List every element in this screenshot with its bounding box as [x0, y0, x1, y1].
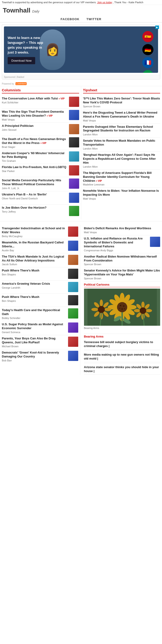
right-article-title[interactable]: Senator Kennedy's Advice for Biden Might…: [84, 269, 161, 276]
ad-download-button[interactable]: Download Now: [8, 57, 35, 64]
right-article: Biden's Deficit Remarks Are Beyond Worth…: [84, 225, 161, 235]
tipsheet-article-title[interactable]: Parents Outraged After Texas Elementary …: [83, 125, 161, 133]
tipsheet-author: Matt Vespa: [83, 197, 161, 200]
logo: Townhall Daily: [3, 7, 39, 14]
right-article: Senator Kennedy's Advice for Biden Might…: [84, 267, 161, 282]
bottom-article-info: Meanwhile, in the Russian Backyard Calle…: [2, 241, 67, 252]
ad-corner-btn[interactable]: ▶: [155, 26, 159, 29]
bottom-article: Push Where There's Mush Ben Shapiro: [2, 267, 78, 280]
article-thumb: [150, 237, 160, 247]
ba-article-title[interactable]: Arizona state senator thinks you should …: [84, 365, 161, 373]
bottom-article-title[interactable]: Parents, Your Boys Can Also Be Drag Quee…: [2, 336, 67, 344]
flag-german: 🇩🇪: [142, 44, 154, 55]
bottom-article: Democrats' 'Green' Kool-Aid is Severely …: [2, 349, 78, 363]
ba-article: Arizona state senator thinks you should …: [84, 364, 161, 374]
logo-daily: Daily: [32, 10, 39, 13]
article-title[interactable]: Social Media Censorship Particularly Hit…: [2, 178, 68, 186]
tipsheet-item: Parents Outraged After Texas Elementary …: [83, 124, 161, 138]
bottom-article-title[interactable]: U.S. Sugar Policy Stands as Model Agains…: [2, 322, 67, 330]
bottom-article-title[interactable]: America's Growing Veteran Crisis: [2, 282, 67, 286]
tipsheet-author: Landon Mion: [83, 165, 161, 168]
logo-townhall: Townhall: [3, 7, 32, 14]
nav-facebook[interactable]: FACEBOOK: [61, 18, 80, 21]
bottom-article-author: Michael Brown: [2, 345, 67, 348]
bottom-article-title[interactable]: Today's Health Care and the Hypocritical…: [2, 308, 67, 316]
bottom-article-author: Ben Shapiro: [2, 300, 67, 302]
bottom-article-author: Austin Bay: [2, 249, 67, 252]
tipsheet-article-title[interactable]: 'S**t Like This Makes Zero Sense': Trevo…: [83, 97, 161, 104]
article-title[interactable]: The Conservative Love Affair with Tulsi …: [2, 97, 68, 100]
tipsheet-article-title[interactable]: Here's the Disgusting Tweet a Liberal Wr…: [83, 111, 161, 119]
tipsheet-title: Tipsheet: [83, 88, 161, 94]
right-article-author: Congressman Andy Biggs: [84, 249, 149, 252]
article-info: Was This the Sign That President Dementi…: [2, 110, 68, 121]
main-content: Columnists The Conservative Love Affair …: [0, 86, 162, 219]
bottom-article-title[interactable]: Democrats' 'Green' Kool-Aid is Severely …: [2, 351, 67, 359]
svg-point-30: [98, 306, 105, 313]
cartoon-caption: Bearing Arms: [84, 327, 161, 330]
article-title[interactable]: Is Joe Biden Over the Horizon?: [2, 206, 68, 210]
article-info: The Conservative Love Affair with Tulsi …: [2, 97, 68, 104]
article-thumb: [69, 206, 79, 216]
svg-point-38: [134, 309, 140, 312]
bottom-article-author: Ben Shapiro: [2, 273, 67, 276]
right-article: U.S. Inflation and Reliance on Russia Ar…: [84, 235, 161, 254]
article-title[interactable]: Florida Law Is Pro-Freedom, Not Anti-LGB…: [2, 165, 68, 169]
flag-spanish: 🇪🇸: [142, 31, 154, 42]
svg-point-14: [120, 305, 121, 306]
columnist-item: Was This the Sign That President Dementi…: [2, 108, 79, 123]
article-title[interactable]: Ukraine's Plan B – As in 'Berlin': [2, 193, 68, 196]
article-thumb: [68, 322, 78, 333]
vip-badge: ≡VIP: [47, 114, 53, 117]
bottom-article-author: Bobby Schindler: [2, 317, 67, 320]
article-author: Kurt Schlichter: [2, 101, 68, 104]
article-info: Is Joe Biden Over the Horizon? Terry Jef…: [2, 206, 68, 213]
ba-article-title[interactable]: Tennessee bill would subject burglary vi…: [84, 340, 161, 348]
bottom-article-title[interactable]: Push Where There's Mush: [2, 295, 67, 299]
powered-by-text: Powered by: [2, 82, 14, 85]
columnist-item: A Principled Politician John Stossel: [2, 123, 79, 136]
tipsheet-article-title[interactable]: Senate Votes to Remove Mask Mandates on …: [83, 139, 161, 147]
article-thumb: [68, 255, 78, 265]
ba-article-title[interactable]: More media waking up to new gun owners n…: [84, 353, 161, 361]
bearing-arms-title: Bearing Arms: [84, 334, 161, 338]
right-article-title[interactable]: U.S. Inflation and Reliance on Russia Ar…: [84, 237, 149, 248]
article-thumb: [69, 152, 79, 162]
bottom-article-info: The TSA's Mask Mandate Is Just As Logica…: [2, 255, 67, 266]
right-article-title[interactable]: Biden's Deficit Remarks Are Beyond Worth…: [84, 226, 161, 230]
article-info: Anderson Cooper's '60 Minutes' Infomerci…: [2, 152, 68, 162]
columnist-item: Social Media Censorship Particularly Hit…: [2, 177, 79, 191]
tipsheet-article-title[interactable]: The Majority of Americans Support Florid…: [83, 171, 161, 183]
bottom-article: Today's Health Care and the Hypocritical…: [2, 307, 78, 321]
svg-point-18: [124, 308, 125, 309]
right-article-author: Matt Vespa: [84, 231, 161, 234]
article-author: Matt Vespa: [2, 118, 68, 121]
tipsheet-item: 'Benghazi Hearings All Over Again': Fauc…: [83, 152, 161, 170]
bottom-article-title[interactable]: The TSA's Mask Mandate Is Just As Logica…: [2, 255, 67, 263]
bottom-article-author: George Landrith: [2, 286, 67, 289]
join-link[interactable]: Join us today: [97, 1, 112, 4]
nav-twitter[interactable]: TWITTER: [86, 18, 101, 21]
tipsheet-article-title[interactable]: Nonwhite Voters to Biden: Your Inflation…: [83, 189, 161, 197]
article-thumb: [69, 97, 79, 107]
svg-point-22: [100, 300, 103, 306]
bottom-content: Transgender Indoctrination at School and…: [0, 223, 162, 376]
section-divider: [0, 221, 162, 222]
article-title[interactable]: The Death of a Fox News Cameraman Brings…: [2, 137, 68, 145]
bottom-article-info: Push Where There's Mush Ben Shapiro: [2, 269, 67, 276]
columnist-item: Is Joe Biden Over the Horizon? Terry Jef…: [2, 204, 79, 218]
tipsheet-article-title[interactable]: 'Benghazi Hearings All Over Again': Fauc…: [83, 153, 161, 165]
columnists-title: Columnists: [2, 88, 79, 94]
right-article-title[interactable]: Another Radical Biden Nominee Withdraws …: [84, 255, 161, 263]
bottom-article-title[interactable]: Meanwhile, in the Russian Backyard Calle…: [2, 241, 67, 248]
article-title[interactable]: Was This the Sign That President Dementi…: [2, 110, 68, 118]
article-title[interactable]: Anderson Cooper's '60 Minutes' Infomerci…: [2, 152, 68, 159]
bottom-article-title[interactable]: Push Where There's Mush: [2, 269, 67, 272]
bottom-article-title[interactable]: Transgender Indoctrination at School and…: [2, 226, 67, 234]
tipsheet-item: The Majority of Americans Support Florid…: [83, 170, 161, 188]
article-title[interactable]: A Principled Politician: [2, 124, 68, 128]
bottom-article-author: Betsy McCaughey: [2, 235, 67, 238]
article-thumb: [69, 110, 79, 120]
bottom-article-info: Transgender Indoctrination at School and…: [2, 226, 67, 238]
vip-badge: ≡VIP: [40, 142, 46, 145]
